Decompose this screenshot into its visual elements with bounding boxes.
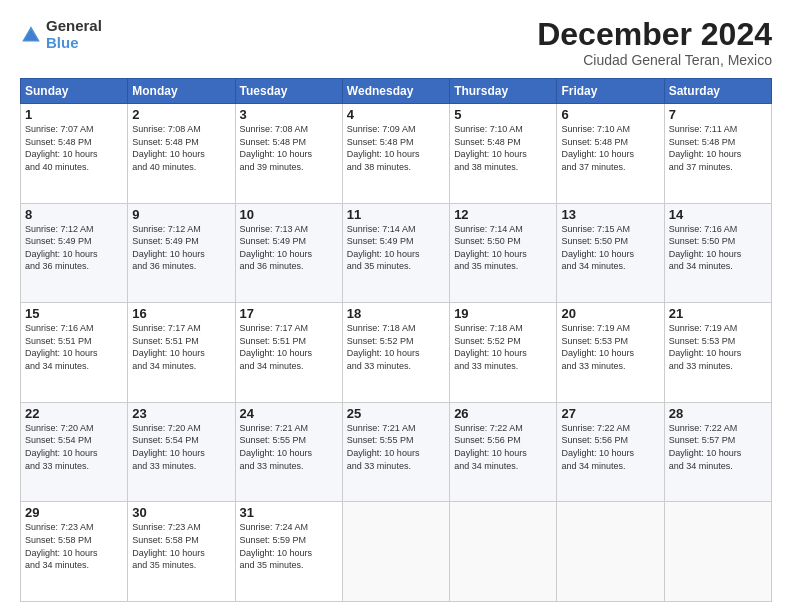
day-number: 21: [669, 306, 767, 321]
logo-icon: [20, 24, 42, 46]
calendar-cell: 7Sunrise: 7:11 AM Sunset: 5:48 PM Daylig…: [664, 104, 771, 204]
day-info: Sunrise: 7:13 AM Sunset: 5:49 PM Dayligh…: [240, 223, 338, 273]
calendar-cell: 28Sunrise: 7:22 AM Sunset: 5:57 PM Dayli…: [664, 402, 771, 502]
day-number: 24: [240, 406, 338, 421]
day-info: Sunrise: 7:22 AM Sunset: 5:56 PM Dayligh…: [561, 422, 659, 472]
day-info: Sunrise: 7:12 AM Sunset: 5:49 PM Dayligh…: [25, 223, 123, 273]
day-number: 5: [454, 107, 552, 122]
calendar-table: SundayMondayTuesdayWednesdayThursdayFrid…: [20, 78, 772, 602]
day-info: Sunrise: 7:24 AM Sunset: 5:59 PM Dayligh…: [240, 521, 338, 571]
calendar-cell: [342, 502, 449, 602]
day-number: 19: [454, 306, 552, 321]
logo: General Blue: [20, 18, 102, 51]
day-number: 18: [347, 306, 445, 321]
day-number: 17: [240, 306, 338, 321]
day-number: 13: [561, 207, 659, 222]
calendar-cell: 16Sunrise: 7:17 AM Sunset: 5:51 PM Dayli…: [128, 303, 235, 403]
calendar-cell: 20Sunrise: 7:19 AM Sunset: 5:53 PM Dayli…: [557, 303, 664, 403]
day-number: 23: [132, 406, 230, 421]
calendar-cell: 9Sunrise: 7:12 AM Sunset: 5:49 PM Daylig…: [128, 203, 235, 303]
day-info: Sunrise: 7:16 AM Sunset: 5:50 PM Dayligh…: [669, 223, 767, 273]
day-number: 12: [454, 207, 552, 222]
subtitle: Ciudad General Teran, Mexico: [537, 52, 772, 68]
calendar-cell: 18Sunrise: 7:18 AM Sunset: 5:52 PM Dayli…: [342, 303, 449, 403]
day-info: Sunrise: 7:15 AM Sunset: 5:50 PM Dayligh…: [561, 223, 659, 273]
day-info: Sunrise: 7:08 AM Sunset: 5:48 PM Dayligh…: [132, 123, 230, 173]
calendar-header-row: SundayMondayTuesdayWednesdayThursdayFrid…: [21, 79, 772, 104]
day-info: Sunrise: 7:18 AM Sunset: 5:52 PM Dayligh…: [454, 322, 552, 372]
day-info: Sunrise: 7:19 AM Sunset: 5:53 PM Dayligh…: [669, 322, 767, 372]
calendar-cell: 6Sunrise: 7:10 AM Sunset: 5:48 PM Daylig…: [557, 104, 664, 204]
day-info: Sunrise: 7:08 AM Sunset: 5:48 PM Dayligh…: [240, 123, 338, 173]
day-number: 16: [132, 306, 230, 321]
day-number: 20: [561, 306, 659, 321]
calendar-cell: 12Sunrise: 7:14 AM Sunset: 5:50 PM Dayli…: [450, 203, 557, 303]
calendar-cell: 5Sunrise: 7:10 AM Sunset: 5:48 PM Daylig…: [450, 104, 557, 204]
calendar-cell: 29Sunrise: 7:23 AM Sunset: 5:58 PM Dayli…: [21, 502, 128, 602]
day-info: Sunrise: 7:10 AM Sunset: 5:48 PM Dayligh…: [561, 123, 659, 173]
day-number: 8: [25, 207, 123, 222]
calendar-cell: [557, 502, 664, 602]
day-number: 7: [669, 107, 767, 122]
day-info: Sunrise: 7:14 AM Sunset: 5:49 PM Dayligh…: [347, 223, 445, 273]
day-number: 4: [347, 107, 445, 122]
calendar-header-sunday: Sunday: [21, 79, 128, 104]
day-info: Sunrise: 7:17 AM Sunset: 5:51 PM Dayligh…: [132, 322, 230, 372]
logo-blue: Blue: [46, 35, 102, 52]
calendar-cell: 26Sunrise: 7:22 AM Sunset: 5:56 PM Dayli…: [450, 402, 557, 502]
day-info: Sunrise: 7:19 AM Sunset: 5:53 PM Dayligh…: [561, 322, 659, 372]
day-info: Sunrise: 7:20 AM Sunset: 5:54 PM Dayligh…: [25, 422, 123, 472]
day-number: 14: [669, 207, 767, 222]
calendar-header-thursday: Thursday: [450, 79, 557, 104]
calendar-header-tuesday: Tuesday: [235, 79, 342, 104]
day-number: 30: [132, 505, 230, 520]
calendar-cell: 31Sunrise: 7:24 AM Sunset: 5:59 PM Dayli…: [235, 502, 342, 602]
day-info: Sunrise: 7:21 AM Sunset: 5:55 PM Dayligh…: [347, 422, 445, 472]
title-block: December 2024 Ciudad General Teran, Mexi…: [537, 18, 772, 68]
day-info: Sunrise: 7:14 AM Sunset: 5:50 PM Dayligh…: [454, 223, 552, 273]
day-info: Sunrise: 7:22 AM Sunset: 5:56 PM Dayligh…: [454, 422, 552, 472]
day-number: 28: [669, 406, 767, 421]
calendar-cell: 17Sunrise: 7:17 AM Sunset: 5:51 PM Dayli…: [235, 303, 342, 403]
day-number: 15: [25, 306, 123, 321]
calendar-cell: 23Sunrise: 7:20 AM Sunset: 5:54 PM Dayli…: [128, 402, 235, 502]
calendar-cell: 19Sunrise: 7:18 AM Sunset: 5:52 PM Dayli…: [450, 303, 557, 403]
calendar-week-3: 15Sunrise: 7:16 AM Sunset: 5:51 PM Dayli…: [21, 303, 772, 403]
day-number: 6: [561, 107, 659, 122]
calendar-week-4: 22Sunrise: 7:20 AM Sunset: 5:54 PM Dayli…: [21, 402, 772, 502]
calendar-week-2: 8Sunrise: 7:12 AM Sunset: 5:49 PM Daylig…: [21, 203, 772, 303]
calendar-cell: 1Sunrise: 7:07 AM Sunset: 5:48 PM Daylig…: [21, 104, 128, 204]
month-title: December 2024: [537, 18, 772, 50]
day-number: 22: [25, 406, 123, 421]
calendar-cell: [664, 502, 771, 602]
page: General Blue December 2024 Ciudad Genera…: [0, 0, 792, 612]
calendar-cell: 13Sunrise: 7:15 AM Sunset: 5:50 PM Dayli…: [557, 203, 664, 303]
calendar-cell: 22Sunrise: 7:20 AM Sunset: 5:54 PM Dayli…: [21, 402, 128, 502]
calendar-cell: 21Sunrise: 7:19 AM Sunset: 5:53 PM Dayli…: [664, 303, 771, 403]
day-number: 2: [132, 107, 230, 122]
day-number: 3: [240, 107, 338, 122]
logo-general: General: [46, 18, 102, 35]
calendar-header-friday: Friday: [557, 79, 664, 104]
day-info: Sunrise: 7:12 AM Sunset: 5:49 PM Dayligh…: [132, 223, 230, 273]
calendar-week-5: 29Sunrise: 7:23 AM Sunset: 5:58 PM Dayli…: [21, 502, 772, 602]
calendar-cell: 14Sunrise: 7:16 AM Sunset: 5:50 PM Dayli…: [664, 203, 771, 303]
day-info: Sunrise: 7:23 AM Sunset: 5:58 PM Dayligh…: [25, 521, 123, 571]
calendar-cell: 11Sunrise: 7:14 AM Sunset: 5:49 PM Dayli…: [342, 203, 449, 303]
day-number: 1: [25, 107, 123, 122]
day-info: Sunrise: 7:18 AM Sunset: 5:52 PM Dayligh…: [347, 322, 445, 372]
day-info: Sunrise: 7:23 AM Sunset: 5:58 PM Dayligh…: [132, 521, 230, 571]
day-number: 10: [240, 207, 338, 222]
calendar-cell: [450, 502, 557, 602]
day-number: 29: [25, 505, 123, 520]
day-info: Sunrise: 7:16 AM Sunset: 5:51 PM Dayligh…: [25, 322, 123, 372]
day-number: 26: [454, 406, 552, 421]
day-number: 31: [240, 505, 338, 520]
day-number: 27: [561, 406, 659, 421]
calendar-cell: 4Sunrise: 7:09 AM Sunset: 5:48 PM Daylig…: [342, 104, 449, 204]
day-info: Sunrise: 7:22 AM Sunset: 5:57 PM Dayligh…: [669, 422, 767, 472]
calendar-cell: 8Sunrise: 7:12 AM Sunset: 5:49 PM Daylig…: [21, 203, 128, 303]
day-info: Sunrise: 7:09 AM Sunset: 5:48 PM Dayligh…: [347, 123, 445, 173]
day-number: 9: [132, 207, 230, 222]
calendar-cell: 25Sunrise: 7:21 AM Sunset: 5:55 PM Dayli…: [342, 402, 449, 502]
